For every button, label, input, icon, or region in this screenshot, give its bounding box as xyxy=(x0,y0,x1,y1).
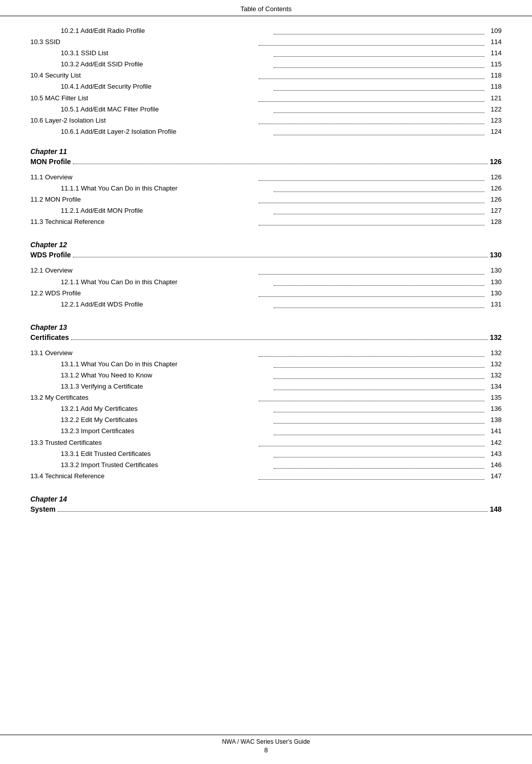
toc-entry-dots xyxy=(274,59,485,68)
chapter-label: Chapter 14 xyxy=(30,495,502,503)
toc-entry-title: 13.1.2 What You Need to Know xyxy=(61,370,272,381)
toc-entry-dots xyxy=(259,115,485,124)
toc-entry-title: 10.5.1 Add/Edit MAC Filter Profile xyxy=(61,104,272,115)
toc-entry-title: 11.1.1 What You Can Do in this Chapter xyxy=(61,183,272,194)
toc-entry-dots xyxy=(259,70,485,79)
toc-entry-title: 13.1 Overview xyxy=(30,348,257,359)
chapters-container: Chapter 11MON Profile12611.1 Overview126… xyxy=(30,147,502,522)
toc-entry-dots xyxy=(274,403,485,412)
chapter-label: Chapter 12 xyxy=(30,241,502,249)
toc-entry: 12.2 WDS Profile130 xyxy=(30,288,502,299)
toc-entry: 11.1.1 What You Can Do in this Chapter12… xyxy=(30,183,502,194)
toc-entry: 11.2.1 Add/Edit MON Profile127 xyxy=(30,205,502,216)
toc-entry: 13.2.2 Edit My Certificates138 xyxy=(30,414,502,426)
toc-entry-dots xyxy=(274,381,485,390)
toc-entry-title: 13.1.3 Verifying a Certificate xyxy=(61,381,272,392)
toc-entry-dots xyxy=(274,48,485,57)
toc-entry-dots xyxy=(274,414,485,424)
chapter-heading: Chapter 12 xyxy=(30,241,502,249)
toc-entry: 13.1 Overview132 xyxy=(30,348,502,359)
chapter-label: Chapter 11 xyxy=(30,147,502,156)
toc-entry: 10.5.1 Add/Edit MAC Filter Profile122 xyxy=(30,104,502,115)
toc-entry-page: 126 xyxy=(486,172,502,183)
toc-entry: 10.6 Layer-2 Isolation List123 xyxy=(30,115,502,126)
toc-entry-title: 10.2.1 Add/Edit Radio Profile xyxy=(61,25,272,36)
toc-entry-dots xyxy=(274,426,485,435)
toc-entry-title: 10.6.1 Add/Edit Layer-2 Isolation Profil… xyxy=(61,126,272,137)
toc-entry-page: 130 xyxy=(486,265,502,276)
toc-entry: 10.3.2 Add/Edit SSID Profile115 xyxy=(30,59,502,70)
toc-entry-page: 114 xyxy=(486,36,502,48)
toc-entry-page: 128 xyxy=(486,216,502,227)
chapter-title-dots xyxy=(73,257,488,257)
toc-entry-page: 130 xyxy=(486,288,502,299)
toc-entry: 10.5 MAC Filter List121 xyxy=(30,93,502,104)
toc-entry-page: 143 xyxy=(486,448,502,460)
chapter-title-line: MON Profile126 xyxy=(30,158,502,166)
toc-entry-page: 115 xyxy=(486,59,502,70)
toc-entry-page: 121 xyxy=(486,93,502,104)
toc-entry: 10.2.1 Add/Edit Radio Profile109 xyxy=(30,25,502,36)
chapter-title-dots xyxy=(73,164,488,164)
toc-entry-page: 131 xyxy=(486,299,502,310)
chapter-page: 148 xyxy=(490,505,502,513)
toc-entry: 10.3 SSID114 xyxy=(30,36,502,48)
toc-entry-dots xyxy=(274,448,485,457)
toc-entry: 12.2.1 Add/Edit WDS Profile131 xyxy=(30,299,502,310)
chapter-title: WDS Profile xyxy=(30,251,71,259)
toc-entry-title: 13.3 Trusted Certificates xyxy=(30,437,257,448)
toc-entry-title: 12.2.1 Add/Edit WDS Profile xyxy=(61,299,272,310)
toc-entry-page: 123 xyxy=(486,115,502,126)
chapter-heading: Chapter 14 xyxy=(30,495,502,503)
toc-entry: 10.4.1 Add/Edit Security Profile118 xyxy=(30,81,502,92)
toc-entry-page: 126 xyxy=(486,194,502,205)
toc-entry-title: 13.1.1 What You Can Do in this Chapter xyxy=(61,359,272,370)
chapter-title-dots xyxy=(58,511,488,512)
toc-entry: 13.3.2 Import Trusted Certificates146 xyxy=(30,460,502,471)
toc-entry-title: 10.4 Security List xyxy=(30,70,257,81)
toc-content: 10.2.1 Add/Edit Radio Profile10910.3 SSI… xyxy=(0,25,532,553)
toc-entry-dots xyxy=(259,288,485,297)
toc-entry-title: 11.1 Overview xyxy=(30,172,257,183)
toc-entry-dots xyxy=(259,392,485,401)
toc-entry-title: 13.2.1 Add My Certificates xyxy=(61,403,272,414)
toc-entry-dots xyxy=(259,348,485,357)
page-header: Table of Contents xyxy=(0,0,532,16)
toc-entry-title: 13.3.2 Import Trusted Certificates xyxy=(61,460,272,471)
header-title: Table of Contents xyxy=(240,5,292,13)
toc-entry-dots xyxy=(274,460,485,469)
toc-entry-page: 109 xyxy=(486,25,502,36)
toc-entry-title: 11.2.1 Add/Edit MON Profile xyxy=(61,205,272,216)
toc-entry-dots xyxy=(274,205,485,214)
toc-entry-page: 122 xyxy=(486,104,502,115)
toc-entry-title: 10.5 MAC Filter List xyxy=(30,93,257,104)
toc-entry-dots xyxy=(259,172,485,181)
toc-entry-page: 118 xyxy=(486,81,502,92)
toc-entry: 13.1.1 What You Can Do in this Chapter13… xyxy=(30,359,502,370)
toc-entry-dots xyxy=(274,126,485,135)
toc-entry-page: 142 xyxy=(486,437,502,448)
toc-entry-title: 10.3.2 Add/Edit SSID Profile xyxy=(61,59,272,70)
toc-entry-dots xyxy=(274,25,485,34)
toc-entry-dots xyxy=(259,194,485,203)
chapter-page: 132 xyxy=(490,333,502,341)
chapter-title-line: System148 xyxy=(30,505,502,513)
toc-entry-page: 132 xyxy=(486,348,502,359)
chapter-title-line: WDS Profile130 xyxy=(30,251,502,259)
toc-entry-dots xyxy=(274,299,485,308)
toc-entry: 13.3.1 Edit Trusted Certificates143 xyxy=(30,448,502,460)
toc-entry-title: 10.3 SSID xyxy=(30,36,257,48)
toc-entry: 12.1 Overview130 xyxy=(30,265,502,276)
toc-entry-title: 13.3.1 Edit Trusted Certificates xyxy=(61,448,272,460)
toc-entry-dots xyxy=(259,36,485,46)
toc-entry-dots xyxy=(259,471,485,480)
chapter-heading: Chapter 11 xyxy=(30,147,502,156)
toc-entry-title: 10.3.1 SSID List xyxy=(61,48,272,59)
toc-entry-dots xyxy=(274,81,485,90)
chapter-title: System xyxy=(30,505,56,513)
toc-entry-title: 12.1.1 What You Can Do in this Chapter xyxy=(61,277,272,288)
toc-entry: 13.2.1 Add My Certificates136 xyxy=(30,403,502,414)
toc-entry-page: 136 xyxy=(486,403,502,414)
toc-entry-page: 138 xyxy=(486,414,502,426)
toc-entry-page: 141 xyxy=(486,426,502,437)
